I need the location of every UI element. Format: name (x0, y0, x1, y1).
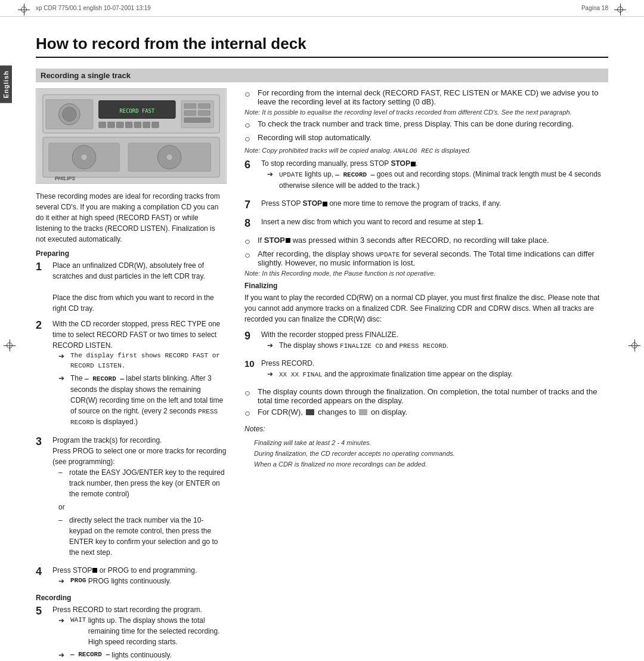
two-col-layout: RECORD FAST (36, 88, 608, 661)
step3-dash2-text: directly select the track number via the… (69, 515, 227, 558)
step2-content: With the CD recorder stopped, press REC … (52, 319, 227, 430)
step5-arrow1: ➔ WAIT lights up. The display shows the … (58, 615, 227, 647)
right-bullet3: ○ Recording will stop automatically. (244, 133, 608, 144)
step7-text: Press STOP (261, 199, 301, 208)
step6-text: To stop recording manually, press STOP (261, 159, 389, 168)
svg-rect-9 (116, 122, 123, 128)
step1-number: 1 (36, 260, 49, 274)
step5-record-label: — RECORD — (70, 650, 110, 660)
cdr-square-dark (306, 409, 314, 415)
bullet-sym4: ○ (244, 236, 255, 247)
step10-arrow1: ➔ XX XX FINAL and the approximate finali… (267, 369, 608, 380)
crosshair-top-left (18, 4, 30, 16)
analog-rec-mono: ANALOG REC (394, 147, 433, 155)
step4-arrow-text: PROG lights continuously. (88, 576, 171, 586)
step2-arrow2-content: The — RECORD — label starts blinking. Af… (70, 373, 227, 428)
bullet-sym3: ○ (244, 133, 255, 144)
step5-arrow1-text: WAIT (70, 615, 86, 647)
step3-content: Program the track(s) for recording. Pres… (52, 435, 227, 560)
svg-point-23 (81, 155, 87, 160)
stop-icon6 (411, 162, 416, 166)
bullet-sym7: ○ (244, 407, 255, 419)
arrow-sym9: ➔ (267, 340, 277, 351)
update-label5: UPDATE (376, 251, 400, 258)
svg-rect-11 (134, 122, 141, 128)
bullet-sym1: ○ (244, 88, 255, 100)
step3-dash1: – rotate the EASY JOG/ENTER key to the r… (58, 467, 227, 499)
step7-text2: one more time to remove the program of t… (329, 199, 501, 208)
bullet4b-text: was pressed within 3 seconds after RECOR… (293, 236, 549, 245)
bullet7-post: on display. (371, 407, 407, 416)
xx-final-mono: XX XX FINAL (279, 371, 323, 378)
step2-text: With the CD recorder stopped, press REC … (52, 320, 220, 350)
svg-point-4 (62, 107, 76, 122)
top-meta-bar: xp CDR 775/00.1 english 10-07-2001 13:19… (0, 0, 644, 17)
step3-dash2: – directly select the track number via t… (58, 515, 227, 558)
step9-number: 9 (244, 329, 258, 343)
crosshair-top-right (614, 4, 626, 16)
press-record-mono9: PRESS RECORD (399, 342, 446, 350)
step5-arrow1-rest: lights up. The display shows the total r… (88, 615, 227, 647)
right-note1: Note: It is possible to equalise the rec… (244, 109, 608, 116)
right-bullet2-text: To check the track number and track time… (258, 119, 574, 128)
arrow-sym5b: ➔ (58, 650, 68, 660)
press-record-mono: PRESS RECORD (70, 408, 218, 427)
arrow-symbol2: ➔ (58, 373, 68, 428)
step8-number: 8 (244, 217, 258, 230)
right-note2: Note: Copy prohibited tracks will be cop… (244, 147, 608, 155)
svg-text:RECORD FAST: RECORD FAST (119, 108, 154, 114)
step3-number: 3 (36, 435, 49, 449)
step-2: 2 With the CD recorder stopped, press RE… (36, 319, 227, 430)
crosshair-mid-right (628, 339, 640, 351)
step-7: 7 Press STOP STOP one more time to remov… (244, 198, 608, 212)
step9-text: With the recorder stopped press FINALIZE… (261, 330, 398, 339)
record-label: — RECORD — (85, 375, 124, 382)
right-bullet3-text: Recording will stop automatically. (258, 133, 371, 142)
language-tab: English (0, 66, 12, 103)
intro-text: These recording modes are ideal for reco… (36, 191, 227, 245)
arrow-symbol: ➔ (58, 351, 68, 370)
step10-text: Press RECORD. (261, 359, 314, 367)
step7-content: Press STOP STOP one more time to remove … (261, 198, 608, 209)
meta-left: xp CDR 775/00.1 english 10-07-2001 13:19 (36, 5, 151, 11)
step6-number: 6 (244, 158, 258, 172)
step10-arrow1-text: XX XX FINAL and the approximate finaliza… (279, 369, 513, 380)
preparing-heading: Preparing (36, 249, 227, 258)
page-title: How to record from the internal deck (36, 35, 608, 58)
step2-number: 2 (36, 319, 49, 332)
step1-sub: Place the disc from which you want to re… (52, 294, 214, 313)
arrow-sym5a: ➔ (58, 615, 68, 647)
step-10: 10 Press RECORD. ➔ XX XX FINAL and the a… (244, 358, 608, 382)
right-bullet4: ○ If STOP was pressed within 3 seconds a… (244, 236, 608, 247)
step8-content: Insert a new disc from which you want to… (261, 217, 608, 227)
bullet7-pre: For CDR(W), (258, 407, 303, 416)
note-c: When a CDR is finalized no more recordin… (254, 461, 608, 468)
step1-text: Place an unfinalized CDR(W), absolutely … (52, 261, 205, 280)
svg-rect-18 (199, 111, 210, 116)
step4-number: 4 (36, 565, 49, 579)
step5-arrow2: ➔ — RECORD — lights continuously. (58, 650, 227, 660)
step10-number: 10 (244, 358, 258, 370)
svg-text:PHILIPS: PHILIPS (55, 175, 76, 181)
arrow-sym10a: ➔ (267, 369, 277, 380)
main-content: How to record from the internal deck Rec… (0, 17, 644, 661)
right-note1-text: Note: It is possible to equalise the rec… (244, 109, 572, 116)
update-label6: UPDATE (279, 171, 303, 178)
stop-label7: STOP (303, 199, 322, 208)
svg-rect-19 (184, 118, 210, 122)
bullet-sym2: ○ (244, 119, 255, 131)
right-bullet5: ○ After recording, the display shows UPD… (244, 249, 608, 267)
step4-text: Press STOP (52, 566, 92, 574)
finalize-cd-mono: FINALIZE CD (340, 342, 383, 350)
left-column: RECORD FAST (36, 88, 227, 661)
stop-icon7 (323, 202, 327, 206)
right-bullet1: ○ For recording from the internal deck (… (244, 88, 608, 106)
right-bullet6: ○ The display counts down through the fi… (244, 387, 608, 405)
right-bullet7-content: For CDR(W), changes to on display. (258, 407, 407, 416)
stop-label-b4: STOP (264, 236, 285, 245)
right-bullet6-text: The display counts down through the fina… (258, 387, 608, 405)
svg-rect-8 (108, 122, 115, 128)
step2-arrow1-text: The display first shows RECORD FAST or R… (70, 351, 227, 370)
step-9: 9 With the recorder stopped press FINALI… (244, 329, 608, 354)
section1-heading: Recording a single track (36, 69, 608, 82)
